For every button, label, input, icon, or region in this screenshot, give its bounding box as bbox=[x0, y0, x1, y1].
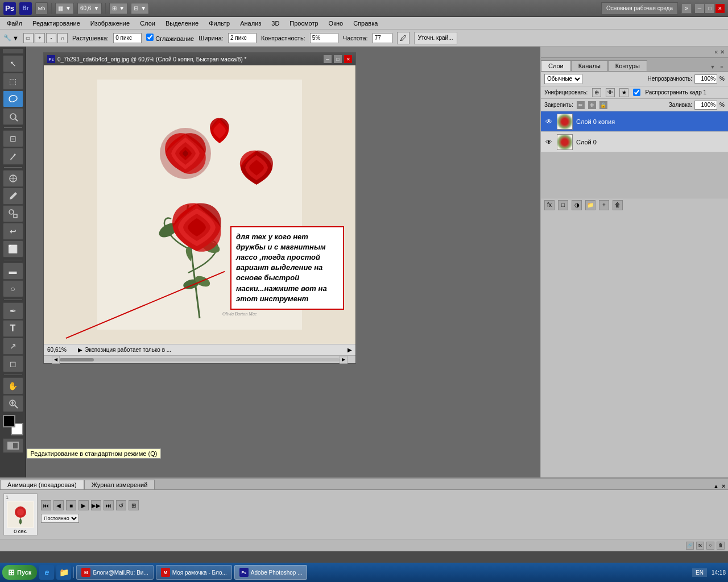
canvas-content[interactable]: Olivia Barton Mac для тех у кого нет дру… bbox=[44, 65, 355, 344]
ie-icon[interactable]: e bbox=[39, 565, 54, 580]
play-first-btn[interactable]: ⏮ bbox=[41, 500, 51, 510]
unify-pos-btn[interactable]: ⊕ bbox=[592, 88, 601, 97]
clone-stamp-tool[interactable] bbox=[3, 205, 23, 222]
menu-edit[interactable]: Редактирование bbox=[28, 19, 85, 28]
new-group-btn[interactable]: 📁 bbox=[585, 200, 595, 210]
new-layer-btn[interactable]: + bbox=[599, 200, 609, 210]
taskbar-item-photoshop[interactable]: Ps Adobe Photoshop ... bbox=[234, 565, 308, 580]
menu-view[interactable]: Просмотр bbox=[285, 19, 322, 28]
expand-icon[interactable]: » bbox=[681, 3, 692, 14]
layer-eye-0-copy[interactable]: 👁 bbox=[544, 117, 553, 126]
pen-tool[interactable]: ✒ bbox=[3, 302, 23, 319]
shape-tool[interactable]: ◻ bbox=[3, 355, 23, 372]
tool-preset[interactable]: 🔧 ▼ bbox=[3, 34, 19, 41]
close-button[interactable]: ✕ bbox=[715, 4, 725, 13]
anim-frame-1[interactable]: 1 0 сек. bbox=[3, 493, 38, 535]
tab-channels[interactable]: Каналы bbox=[571, 60, 608, 71]
delete-layer-btn[interactable]: 🗑 bbox=[613, 200, 623, 210]
fill-input[interactable] bbox=[694, 101, 717, 110]
lock-move-btn[interactable]: ✛ bbox=[588, 101, 596, 109]
add-style-btn[interactable]: fx bbox=[544, 200, 555, 210]
scroll-arrow-right[interactable]: ▶ bbox=[348, 347, 352, 353]
menu-analysis[interactable]: Анализ bbox=[235, 19, 266, 28]
collapse-btn[interactable]: ▼ bbox=[709, 63, 717, 71]
workspace-button[interactable]: Основная рабочая среда bbox=[601, 2, 678, 15]
layer-item-0[interactable]: 👁 Слой 0 bbox=[541, 132, 728, 152]
eyedropper-tool[interactable] bbox=[3, 148, 23, 165]
foreground-color[interactable] bbox=[3, 415, 15, 427]
anim-collapse-btn[interactable]: ▲ bbox=[713, 483, 719, 489]
anim-mask-btn[interactable]: ○ bbox=[706, 542, 714, 550]
play-stop-btn[interactable]: ■ bbox=[66, 500, 76, 510]
crop-tool[interactable]: ⊡ bbox=[3, 130, 23, 147]
br-logo[interactable]: Br bbox=[19, 2, 32, 15]
maximize-button[interactable]: □ bbox=[705, 4, 714, 13]
scroll-track[interactable] bbox=[60, 358, 340, 361]
loop-frame-btn[interactable]: ↺ bbox=[116, 500, 126, 510]
width-input[interactable] bbox=[228, 33, 257, 43]
tab-measurements[interactable]: Журнал измерений bbox=[84, 480, 155, 489]
taskbar-item-rframe[interactable]: M Моя рамочка - Бло... bbox=[156, 565, 232, 580]
unify-vis-btn[interactable]: 👁 bbox=[606, 88, 615, 97]
play-last-btn[interactable]: ⏭ bbox=[104, 500, 114, 510]
zoom-arrow-btn[interactable]: ▶ bbox=[78, 347, 82, 353]
menu-select[interactable]: Выделение bbox=[161, 19, 203, 28]
layer-item-0-copy[interactable]: 👁 Слой 0 копия bbox=[541, 111, 728, 132]
minimize-button[interactable]: ─ bbox=[695, 4, 704, 13]
anim-link-btn[interactable]: 🔗 bbox=[686, 542, 694, 550]
lock-all-btn[interactable]: 🔒 bbox=[599, 101, 607, 109]
intersect-selection-btn[interactable]: ∩ bbox=[57, 33, 68, 43]
menu-file[interactable]: Файл bbox=[2, 19, 27, 28]
start-button[interactable]: ⊞ Пуск bbox=[2, 565, 37, 580]
type-tool[interactable]: T bbox=[3, 320, 23, 337]
taskbar-item-blogs[interactable]: M Блоги@Mail.Ru: Ви... bbox=[76, 565, 153, 580]
doc-minimize-btn[interactable]: ─ bbox=[324, 55, 332, 63]
zoom-dropdown[interactable]: 60,6 ▼ bbox=[77, 3, 102, 14]
layout-dropdown[interactable]: ⊞▼ bbox=[109, 3, 127, 14]
path-select-tool[interactable]: ↗ bbox=[3, 338, 23, 355]
mb-btn[interactable]: Mb bbox=[35, 2, 48, 15]
add-mask-btn[interactable]: □ bbox=[558, 200, 568, 210]
menu-window[interactable]: Окно bbox=[324, 19, 348, 28]
gradient-tool[interactable]: ▬ bbox=[3, 263, 23, 280]
stylus-pressure-btn[interactable]: 🖊 bbox=[397, 32, 410, 44]
eraser-tool[interactable]: ⬜ bbox=[3, 240, 23, 257]
brush-tool[interactable] bbox=[3, 188, 23, 205]
blend-mode-select[interactable]: Обычные bbox=[544, 74, 582, 84]
opacity-input[interactable] bbox=[694, 74, 717, 84]
healing-brush-tool[interactable] bbox=[3, 170, 23, 187]
quick-select-tool[interactable] bbox=[3, 108, 23, 125]
lasso-tool[interactable] bbox=[3, 90, 23, 107]
contrast-input[interactable] bbox=[310, 33, 338, 43]
hand-tool[interactable]: ✋ bbox=[3, 377, 23, 394]
add-selection-btn[interactable]: + bbox=[35, 33, 45, 43]
play-prev-btn[interactable]: ◀ bbox=[53, 500, 64, 510]
anim-fx-btn[interactable]: fx bbox=[696, 542, 704, 550]
extra-dropdown[interactable]: ⊟▼ bbox=[131, 3, 149, 14]
close-panels-btn[interactable]: ✕ bbox=[720, 49, 725, 55]
menu-layers[interactable]: Слои bbox=[135, 19, 160, 28]
freq-input[interactable] bbox=[373, 33, 392, 43]
play-next-btn[interactable]: ▶▶ bbox=[91, 500, 101, 510]
doc-close-btn[interactable]: ✕ bbox=[344, 55, 352, 63]
menu-help[interactable]: Справка bbox=[349, 19, 382, 28]
scroll-right-btn[interactable]: ▶ bbox=[340, 356, 348, 364]
loop-select[interactable]: Постоянно bbox=[41, 514, 79, 523]
folder-icon[interactable]: 📁 bbox=[56, 565, 71, 580]
tab-paths[interactable]: Контуры bbox=[608, 60, 647, 71]
dodge-tool[interactable]: ○ bbox=[3, 280, 23, 297]
refine-edge-button[interactable]: Уточн. край... bbox=[414, 32, 457, 44]
anim-delete-btn[interactable]: 🗑 bbox=[717, 542, 725, 550]
subtract-selection-btn[interactable]: - bbox=[46, 33, 56, 43]
panel-menu-btn[interactable]: ≡ bbox=[718, 63, 726, 71]
copy-frame-btn[interactable]: ⊞ bbox=[129, 500, 139, 510]
distribute-checkbox[interactable] bbox=[633, 89, 640, 96]
menu-image[interactable]: Изображение bbox=[86, 19, 134, 28]
lock-pixels-btn[interactable]: ✏ bbox=[577, 101, 585, 109]
marquee-tool[interactable]: ⬚ bbox=[3, 73, 23, 90]
anim-close-btn[interactable]: ✕ bbox=[721, 483, 726, 489]
expand-panels-btn[interactable]: « bbox=[714, 49, 718, 55]
smooth-checkbox[interactable] bbox=[146, 34, 154, 41]
tab-layers[interactable]: Слои bbox=[541, 60, 571, 71]
unify-style-btn[interactable]: ★ bbox=[619, 88, 628, 97]
